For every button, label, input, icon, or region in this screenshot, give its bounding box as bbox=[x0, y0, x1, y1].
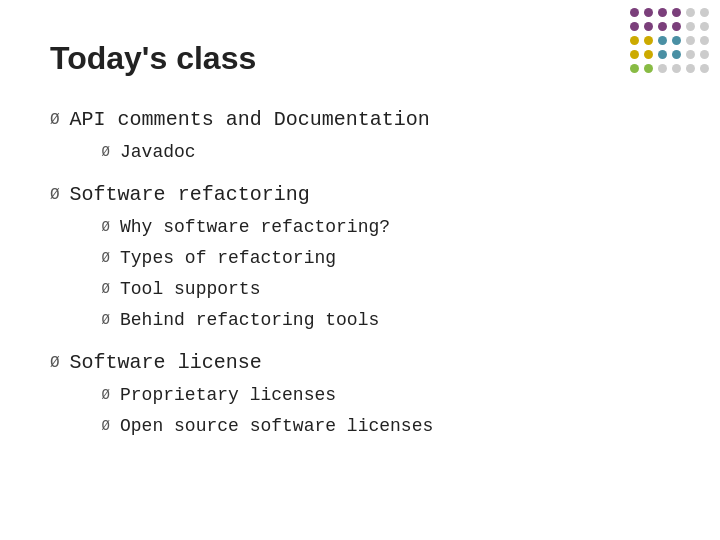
dot-29 bbox=[700, 64, 709, 73]
s2c1-item: Ø Why software refactoring? bbox=[102, 214, 670, 241]
dot-8 bbox=[658, 22, 667, 31]
s1c1-label: Javadoc bbox=[120, 139, 196, 166]
section2-bullet: Ø bbox=[50, 183, 60, 207]
s1c1-item: Ø Javadoc bbox=[102, 139, 670, 166]
section3-children: Ø Proprietary licenses Ø Open source sof… bbox=[102, 382, 670, 440]
s2c1-label: Why software refactoring? bbox=[120, 214, 390, 241]
section2-label: Software refactoring bbox=[70, 183, 310, 206]
s2c2-item: Ø Types of refactoring bbox=[102, 245, 670, 272]
s3c2-item: Ø Open source software licenses bbox=[102, 413, 670, 440]
s2c4-bullet: Ø bbox=[102, 310, 110, 331]
dot-3 bbox=[672, 8, 681, 17]
slide-content: Ø API comments and Documentation Ø Javad… bbox=[50, 105, 670, 446]
s3c2-label: Open source software licenses bbox=[120, 413, 433, 440]
section2-content: Software refactoring Ø Why software refa… bbox=[70, 180, 670, 340]
s3c1-bullet: Ø bbox=[102, 385, 110, 406]
dot-27 bbox=[672, 64, 681, 73]
section1-item: Ø API comments and Documentation Ø Javad… bbox=[50, 105, 670, 172]
dot-20 bbox=[658, 50, 667, 59]
dot-15 bbox=[672, 36, 681, 45]
dot-5 bbox=[700, 8, 709, 17]
s2c4-label: Behind refactoring tools bbox=[120, 307, 379, 334]
section3-content: Software license Ø Proprietary licenses … bbox=[70, 348, 670, 446]
dot-7 bbox=[644, 22, 653, 31]
dot-28 bbox=[686, 64, 695, 73]
section3-label: Software license bbox=[70, 351, 262, 374]
s2c1-bullet: Ø bbox=[102, 217, 110, 238]
dot-25 bbox=[644, 64, 653, 73]
dot-4 bbox=[686, 8, 695, 17]
dot-0 bbox=[630, 8, 639, 17]
s1c1-bullet: Ø bbox=[102, 142, 110, 163]
s3c1-item: Ø Proprietary licenses bbox=[102, 382, 670, 409]
dot-16 bbox=[686, 36, 695, 45]
section1-bullet: Ø bbox=[50, 108, 60, 132]
section2-children: Ø Why software refactoring? Ø Types of r… bbox=[102, 214, 670, 334]
section1-label: API comments and Documentation bbox=[70, 108, 430, 131]
dot-21 bbox=[672, 50, 681, 59]
dot-23 bbox=[700, 50, 709, 59]
dot-1 bbox=[644, 8, 653, 17]
section3-bullet: Ø bbox=[50, 351, 60, 375]
dot-grid-decoration bbox=[630, 8, 712, 76]
dot-14 bbox=[658, 36, 667, 45]
s3c1-label: Proprietary licenses bbox=[120, 382, 336, 409]
dot-11 bbox=[700, 22, 709, 31]
section1-content: API comments and Documentation Ø Javadoc bbox=[70, 105, 670, 172]
slide-title: Today's class bbox=[50, 40, 670, 77]
s2c3-bullet: Ø bbox=[102, 279, 110, 300]
dot-24 bbox=[630, 64, 639, 73]
dot-26 bbox=[658, 64, 667, 73]
dot-13 bbox=[644, 36, 653, 45]
dot-9 bbox=[672, 22, 681, 31]
s2c3-label: Tool supports bbox=[120, 276, 260, 303]
dot-6 bbox=[630, 22, 639, 31]
section3-item: Ø Software license Ø Proprietary license… bbox=[50, 348, 670, 446]
slide: Today's class Ø API comments and Documen… bbox=[0, 0, 720, 540]
section1-children: Ø Javadoc bbox=[102, 139, 670, 166]
dot-22 bbox=[686, 50, 695, 59]
dot-18 bbox=[630, 50, 639, 59]
s2c2-label: Types of refactoring bbox=[120, 245, 336, 272]
dot-12 bbox=[630, 36, 639, 45]
section2-item: Ø Software refactoring Ø Why software re… bbox=[50, 180, 670, 340]
dot-10 bbox=[686, 22, 695, 31]
s2c3-item: Ø Tool supports bbox=[102, 276, 670, 303]
s2c4-item: Ø Behind refactoring tools bbox=[102, 307, 670, 334]
dot-19 bbox=[644, 50, 653, 59]
s3c2-bullet: Ø bbox=[102, 416, 110, 437]
dot-17 bbox=[700, 36, 709, 45]
s2c2-bullet: Ø bbox=[102, 248, 110, 269]
dot-2 bbox=[658, 8, 667, 17]
